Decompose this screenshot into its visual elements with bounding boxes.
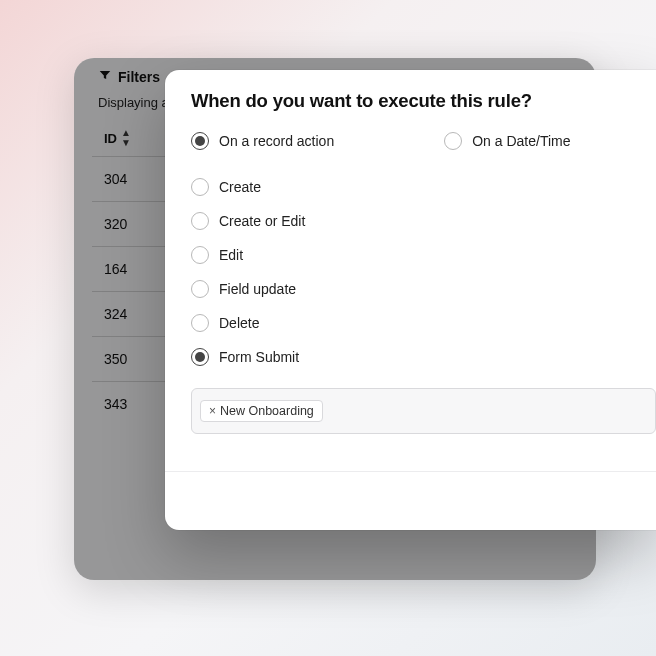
- radio-icon: [191, 348, 209, 366]
- filter-icon: [98, 68, 112, 85]
- radio-create[interactable]: Create: [191, 178, 656, 196]
- radio-delete[interactable]: Delete: [191, 314, 656, 332]
- radio-create-or-edit[interactable]: Create or Edit: [191, 212, 656, 230]
- radio-icon: [191, 178, 209, 196]
- radio-label: Field update: [219, 281, 296, 297]
- radio-label: Create: [219, 179, 261, 195]
- cell-id: 320: [104, 216, 127, 232]
- radio-field-update[interactable]: Field update: [191, 280, 656, 298]
- modal-title: When do you want to execute this rule?: [191, 90, 656, 112]
- radio-label: Edit: [219, 247, 243, 263]
- radio-icon: [191, 280, 209, 298]
- close-icon[interactable]: ×: [209, 404, 216, 418]
- radio-form-submit[interactable]: Form Submit: [191, 348, 656, 366]
- radio-datetime[interactable]: On a Date/Time: [444, 132, 570, 150]
- radio-icon: [191, 132, 209, 150]
- radio-label: On a Date/Time: [472, 133, 570, 149]
- cell-id: 350: [104, 351, 127, 367]
- cell-id: 164: [104, 261, 127, 277]
- column-id-label: ID: [104, 131, 117, 146]
- cell-id: 324: [104, 306, 127, 322]
- radio-label: On a record action: [219, 133, 334, 149]
- cell-id: 343: [104, 396, 127, 412]
- cell-id: 304: [104, 171, 127, 187]
- radio-label: Delete: [219, 315, 259, 331]
- radio-label: Create or Edit: [219, 213, 305, 229]
- radio-icon: [444, 132, 462, 150]
- selected-tag[interactable]: × New Onboarding: [200, 400, 323, 422]
- radio-edit[interactable]: Edit: [191, 246, 656, 264]
- trigger-type-group: On a record action On a Date/Time: [191, 132, 656, 150]
- tag-label: New Onboarding: [220, 404, 314, 418]
- rule-trigger-modal: When do you want to execute this rule? O…: [165, 70, 656, 530]
- radio-label: Form Submit: [219, 349, 299, 365]
- radio-record-action[interactable]: On a record action: [191, 132, 334, 150]
- sort-icon[interactable]: ▲▼: [121, 128, 131, 148]
- radio-icon: [191, 212, 209, 230]
- divider: [165, 471, 656, 472]
- action-type-group: Create Create or Edit Edit Field update …: [191, 178, 656, 366]
- filters-label[interactable]: Filters: [118, 69, 160, 85]
- form-select-input[interactable]: × New Onboarding: [191, 388, 656, 434]
- radio-icon: [191, 314, 209, 332]
- radio-icon: [191, 246, 209, 264]
